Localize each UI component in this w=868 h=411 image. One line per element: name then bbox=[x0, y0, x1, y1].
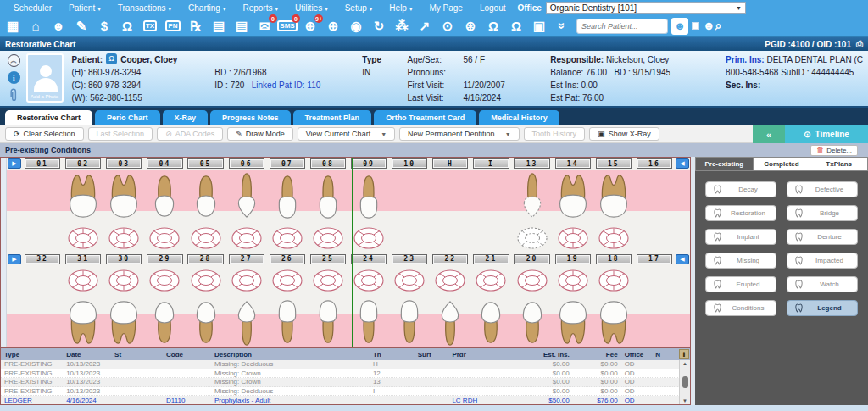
tooth-number-button-06[interactable]: 06 bbox=[229, 158, 264, 169]
ada-codes-button[interactable]: ⊘ADA Codes bbox=[157, 127, 223, 141]
tooth-number-button-22[interactable]: 22 bbox=[432, 254, 468, 264]
tooth-01-occlusal[interactable] bbox=[22, 223, 63, 253]
group-search-icon[interactable]: ☻⌕ bbox=[703, 19, 722, 33]
tooth-22[interactable] bbox=[430, 296, 470, 347]
panel-tab-completed[interactable]: Completed bbox=[754, 157, 811, 171]
column-header-date[interactable]: Date bbox=[63, 351, 111, 358]
tooth-18-occlusal[interactable] bbox=[593, 265, 634, 296]
search-patient-icon[interactable]: ☻ bbox=[671, 18, 688, 35]
clear-selection-button[interactable]: ⟳Clear Selection bbox=[5, 127, 84, 141]
tooth-number-button-09[interactable]: 09 bbox=[351, 158, 387, 169]
tooth-13[interactable] bbox=[512, 170, 553, 223]
tooth-32-missing[interactable] bbox=[22, 296, 63, 347]
denture-button[interactable]: Denture bbox=[787, 229, 858, 245]
tooth-number-button-13[interactable]: 13 bbox=[514, 158, 549, 169]
tooth-number-button-20[interactable]: 20 bbox=[514, 254, 549, 264]
tooth-number-button-26[interactable]: 26 bbox=[270, 254, 305, 264]
arch-nav-left-button[interactable]: ▶ bbox=[8, 158, 21, 169]
patient-sync-icon[interactable]: ↻ bbox=[369, 17, 389, 35]
scrollbar-thumb[interactable] bbox=[682, 376, 688, 388]
tooth-10-occlusal[interactable] bbox=[389, 223, 430, 253]
search-patient-input[interactable] bbox=[576, 19, 668, 34]
tooth-number-button-15[interactable]: 15 bbox=[596, 158, 632, 169]
column-header-office[interactable]: Office bbox=[621, 351, 653, 358]
bridge-button[interactable]: Bridge bbox=[787, 205, 858, 221]
column-header-th[interactable]: Th bbox=[370, 351, 415, 358]
last-selection-button[interactable]: Last Selection bbox=[88, 127, 153, 141]
tooth-21-occlusal[interactable] bbox=[470, 265, 511, 296]
tooth-27[interactable] bbox=[226, 296, 267, 347]
collapse-panel-button[interactable]: ︽ bbox=[8, 54, 20, 67]
tooth-14[interactable] bbox=[553, 170, 593, 223]
scroll-up-icon[interactable]: ▲ bbox=[682, 361, 687, 366]
tooth-30-occlusal[interactable] bbox=[103, 265, 144, 296]
column-header-prdr[interactable]: Prdr bbox=[448, 351, 510, 358]
tooth-help-icon[interactable]: Ω bbox=[483, 17, 504, 35]
tooth-03[interactable] bbox=[103, 170, 144, 223]
tooth-31[interactable] bbox=[63, 296, 103, 347]
menu-item-transactions[interactable]: Transactions▾ bbox=[109, 3, 180, 14]
tooth-number-button-H[interactable]: H bbox=[432, 158, 468, 169]
rx-icon[interactable]: ℞ bbox=[186, 17, 206, 35]
tooth2-icon[interactable]: Ω bbox=[506, 17, 526, 35]
tooth-number-button-08[interactable]: 08 bbox=[310, 158, 346, 169]
tooth-number-button-28[interactable]: 28 bbox=[187, 254, 223, 264]
tooth-number-button-17[interactable]: 17 bbox=[637, 254, 672, 264]
tooth-number-button-14[interactable]: 14 bbox=[555, 158, 591, 169]
tooth-08[interactable] bbox=[308, 170, 348, 223]
edit-chart-icon[interactable]: ✎ bbox=[71, 17, 92, 35]
tooth-08-occlusal[interactable] bbox=[308, 223, 348, 253]
tooth-07[interactable] bbox=[267, 170, 308, 223]
column-header-st[interactable]: St bbox=[111, 351, 163, 358]
table-scroll-top-button[interactable]: ⬆ bbox=[679, 349, 689, 359]
add-patient-icon[interactable]: ☻ bbox=[48, 17, 69, 35]
info-icon[interactable]: i bbox=[8, 71, 20, 84]
linked-pat-id-link[interactable]: Linked Pat ID: 110 bbox=[252, 81, 321, 90]
tooth-25[interactable] bbox=[308, 296, 348, 347]
tooth-number-button-03[interactable]: 03 bbox=[106, 158, 142, 169]
tooth-21[interactable] bbox=[470, 296, 511, 347]
expand-icon[interactable]: » bbox=[552, 17, 572, 35]
tooth-number-button-04[interactable]: 04 bbox=[147, 158, 182, 169]
restoration-button[interactable]: Restoration bbox=[705, 205, 776, 221]
tooth-01-missing[interactable] bbox=[22, 170, 63, 223]
tooth-19-occlusal[interactable] bbox=[553, 265, 593, 296]
tooth-17-missing[interactable] bbox=[634, 296, 675, 347]
tab-progress-notes[interactable]: Progress Notes bbox=[210, 110, 291, 125]
menu-item-my-page[interactable]: My Page bbox=[420, 3, 470, 14]
arch-nav-right-button[interactable]: ◀ bbox=[676, 158, 689, 169]
tooth-28-occlusal[interactable] bbox=[186, 265, 226, 296]
new-permanent-dentition-button[interactable]: New Permanent Dentition▼ bbox=[399, 127, 520, 141]
column-header-fee[interactable]: Fee bbox=[573, 351, 621, 358]
menu-item-reports[interactable]: Reports▾ bbox=[234, 3, 287, 14]
table-row[interactable]: PRE-EXISTING10/13/2023Missing: Crown12$0… bbox=[1, 369, 690, 379]
conditions-button[interactable]: Conditions bbox=[705, 300, 776, 316]
tooth-31-occlusal[interactable] bbox=[63, 265, 103, 296]
tooth-25-occlusal[interactable] bbox=[308, 265, 348, 296]
scroll-down-icon[interactable]: ▼ bbox=[682, 398, 687, 403]
column-header-surf[interactable]: Surf bbox=[415, 351, 449, 358]
tooth-05[interactable] bbox=[186, 170, 226, 223]
globe-icon[interactable]: ⊕ bbox=[323, 17, 343, 35]
tooth-06[interactable] bbox=[226, 170, 267, 223]
tooth-number-button-30[interactable]: 30 bbox=[106, 254, 142, 264]
column-header-code[interactable]: Code bbox=[163, 351, 211, 358]
search-option-checkbox[interactable] bbox=[692, 22, 699, 30]
tooth-04[interactable] bbox=[144, 170, 185, 223]
tooth-H-missing[interactable] bbox=[430, 170, 470, 223]
tooth-16-missing[interactable] bbox=[634, 170, 675, 223]
tooth-19[interactable] bbox=[553, 296, 593, 347]
clock-icon[interactable]: ⊙ bbox=[437, 17, 458, 35]
tooth-02-occlusal[interactable] bbox=[63, 223, 103, 253]
impacted-button[interactable]: Impacted bbox=[787, 253, 858, 269]
collapse-panel-chevron-button[interactable]: « bbox=[753, 125, 785, 143]
tooth-number-button-05[interactable]: 05 bbox=[187, 158, 223, 169]
legend-button[interactable]: Legend bbox=[787, 300, 858, 316]
erupted-button[interactable]: Erupted bbox=[705, 276, 776, 292]
tooth-05-occlusal[interactable] bbox=[186, 223, 226, 253]
tooth-28[interactable] bbox=[186, 296, 226, 347]
menu-item-charting[interactable]: Charting▾ bbox=[180, 3, 234, 14]
arch-nav-right-button[interactable]: ◀ bbox=[676, 254, 689, 264]
tooth-number-button-27[interactable]: 27 bbox=[229, 254, 264, 264]
tab-medical-history[interactable]: Medical History bbox=[479, 110, 559, 125]
